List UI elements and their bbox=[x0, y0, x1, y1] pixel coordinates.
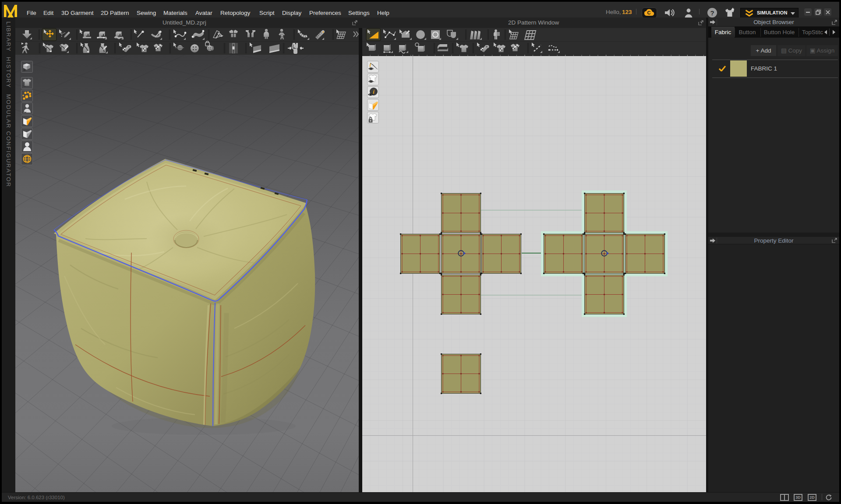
svg-text:?: ? bbox=[710, 9, 714, 17]
svg-text:C: C bbox=[647, 10, 651, 15]
svg-text:i: i bbox=[373, 88, 375, 95]
